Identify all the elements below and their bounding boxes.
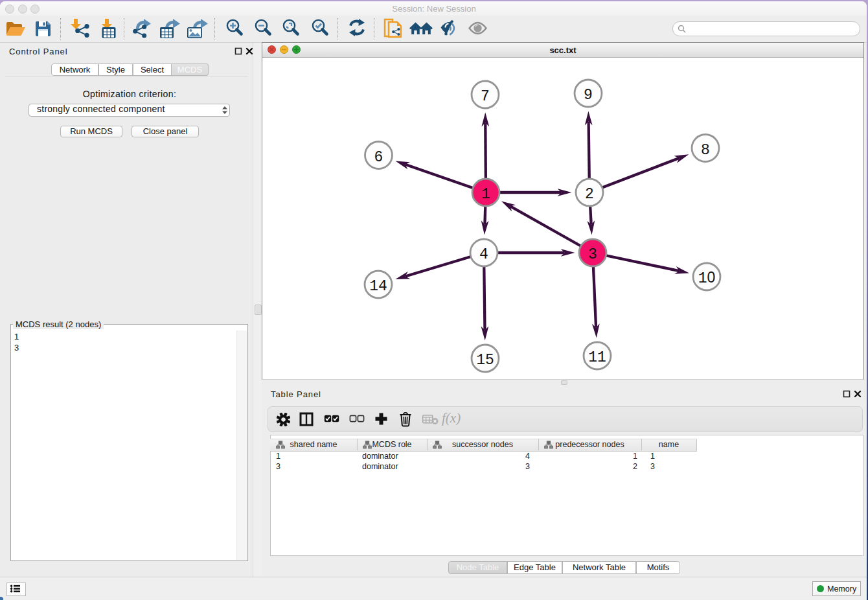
svg-text:7: 7: [481, 88, 490, 105]
svg-text:6: 6: [374, 149, 383, 166]
svg-text:10: 10: [698, 269, 716, 287]
svg-text:4: 4: [479, 246, 488, 263]
svg-text:14: 14: [369, 278, 387, 295]
svg-text:2: 2: [585, 186, 594, 203]
svg-text:8: 8: [701, 142, 710, 159]
svg-text:15: 15: [476, 352, 494, 369]
svg-text:9: 9: [584, 87, 593, 104]
svg-text:3: 3: [588, 246, 597, 263]
svg-text:11: 11: [588, 349, 606, 366]
svg-text:1: 1: [481, 186, 490, 203]
